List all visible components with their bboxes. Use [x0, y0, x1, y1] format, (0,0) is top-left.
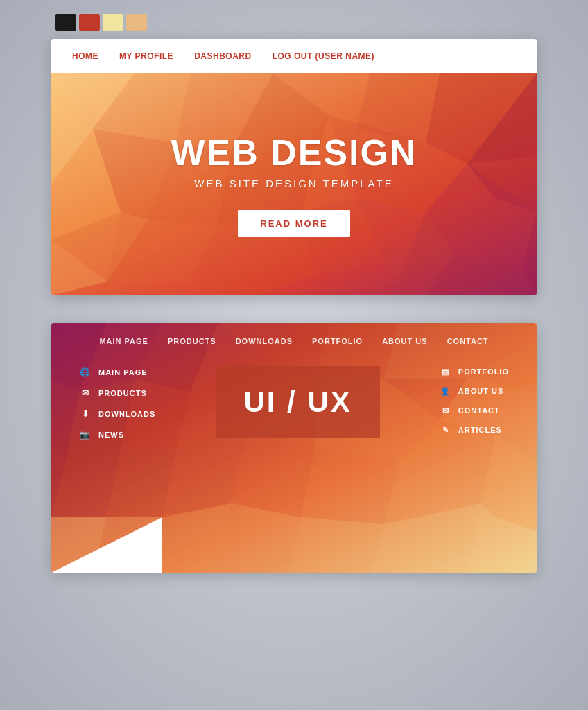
hero-section: WEB DESIGN WEB SITE DESIGN TEMPLATE READ… — [51, 73, 537, 295]
left-menu-downloads[interactable]: ⬇ DOWNLOADS — [79, 408, 155, 420]
top-nav: HOME MY PROFILE DASHBOARD LOG OUT (USER … — [51, 39, 537, 73]
bottom-nav: MAIN PAGE PRODUCTS DOWNLOADS PORTFOLIO A… — [51, 323, 537, 359]
bottom-nav-main-page[interactable]: MAIN PAGE — [99, 337, 148, 345]
bottom-nav-downloads[interactable]: DOWNLOADS — [236, 337, 293, 345]
nav-dashboard[interactable]: DASHBOARD — [194, 51, 252, 61]
right-menu-articles-label: ARTICLES — [458, 426, 502, 434]
swatch-red — [79, 14, 100, 31]
left-menu-main-page[interactable]: 🌐 MAIN PAGE — [79, 366, 155, 379]
left-menu: 🌐 MAIN PAGE ✉ PRODUCTS ⬇ DOWNLOADS 📷 NEW… — [79, 366, 155, 441]
bottom-nav-about-us[interactable]: ABOUT US — [382, 337, 427, 345]
uiux-label: UI / UX — [243, 386, 352, 418]
contact-icon: ✉ — [440, 405, 451, 416]
left-menu-news-label: NEWS — [98, 431, 124, 439]
nav-my-profile[interactable]: MY PROFILE — [119, 51, 173, 61]
read-more-button[interactable]: READ MORE — [238, 210, 349, 237]
news-icon: 📷 — [79, 428, 92, 441]
right-menu-contact[interactable]: ✉ CONTACT — [440, 405, 509, 416]
products-icon: ✉ — [79, 387, 92, 399]
right-menu-about-us-label: ABOUT US — [458, 387, 503, 395]
left-menu-products[interactable]: ✉ PRODUCTS — [79, 387, 155, 399]
svg-marker-45 — [301, 448, 398, 524]
swatch-peach — [126, 14, 147, 31]
articles-icon: ✎ — [440, 424, 451, 435]
hero-subtitle: WEB SITE DESIGN TEMPLATE — [171, 178, 417, 189]
bottom-card: MAIN PAGE PRODUCTS DOWNLOADS PORTFOLIO A… — [51, 323, 537, 573]
hero-content: WEB DESIGN WEB SITE DESIGN TEMPLATE READ… — [171, 132, 417, 237]
color-swatches — [55, 14, 147, 31]
right-menu: ▤ PORTFOLIO 👤 ABOUT US ✉ CONTACT ✎ ARTIC… — [440, 366, 509, 435]
portfolio-icon: ▤ — [440, 366, 451, 377]
left-menu-downloads-label: DOWNLOADS — [98, 410, 155, 418]
top-card: HOME MY PROFILE DASHBOARD LOG OUT (USER … — [51, 39, 537, 295]
bottom-nav-products[interactable]: PRODUCTS — [168, 337, 216, 345]
svg-marker-52 — [287, 517, 384, 573]
right-menu-contact-label: CONTACT — [458, 406, 500, 415]
right-menu-articles[interactable]: ✎ ARTICLES — [440, 424, 509, 435]
nav-home[interactable]: HOME — [72, 51, 98, 61]
left-menu-products-label: PRODUCTS — [98, 389, 147, 397]
bottom-body: 🌐 MAIN PAGE ✉ PRODUCTS ⬇ DOWNLOADS 📷 NEW… — [51, 359, 537, 455]
hero-title: WEB DESIGN — [171, 132, 417, 173]
bottom-nav-portfolio[interactable]: PORTFOLIO — [312, 337, 363, 345]
about-us-icon: 👤 — [440, 386, 451, 397]
right-menu-about-us[interactable]: 👤 ABOUT US — [440, 386, 509, 397]
white-triangle — [51, 517, 162, 573]
globe-icon: 🌐 — [79, 366, 92, 379]
left-menu-main-page-label: MAIN PAGE — [98, 368, 148, 376]
nav-logout[interactable]: LOG OUT (USER NAME) — [273, 51, 375, 61]
bottom-nav-contact[interactable]: CONTACT — [447, 337, 489, 345]
uiux-box: UI / UX — [216, 366, 379, 438]
swatch-cream — [103, 14, 123, 31]
swatch-black — [55, 14, 76, 31]
left-menu-news[interactable]: 📷 NEWS — [79, 428, 155, 441]
download-icon: ⬇ — [79, 408, 92, 420]
right-menu-portfolio-label: PORTFOLIO — [458, 367, 509, 376]
right-menu-portfolio[interactable]: ▤ PORTFOLIO — [440, 366, 509, 377]
